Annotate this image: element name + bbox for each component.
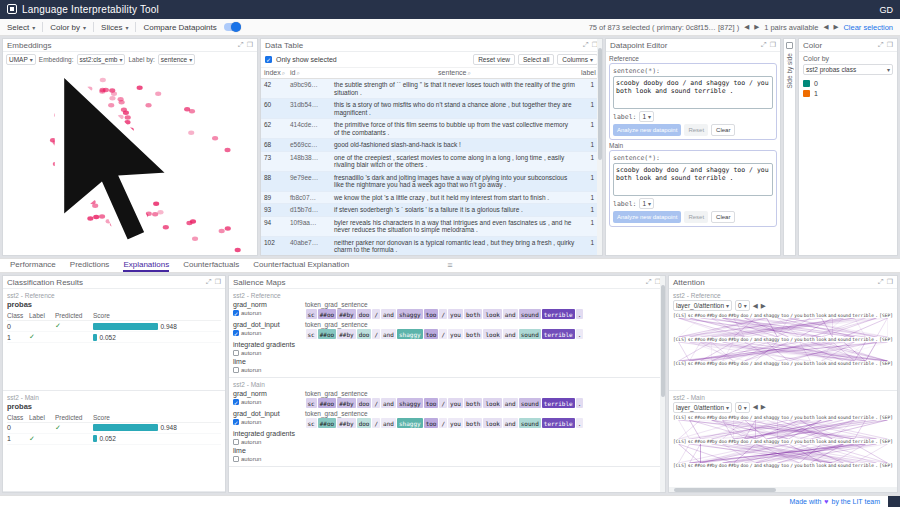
- salience-token-chip[interactable]: ##by: [337, 309, 355, 319]
- reset-button[interactable]: Reset: [684, 124, 708, 136]
- salience-token-chip[interactable]: sc: [306, 418, 317, 428]
- salience-token-chip[interactable]: sc: [306, 329, 317, 339]
- salience-token-chip[interactable]: .: [576, 309, 584, 319]
- projector-select[interactable]: UMAP▾: [6, 54, 36, 65]
- autorun-checkbox[interactable]: ✓: [233, 419, 239, 425]
- side-by-side-toggle[interactable]: [786, 42, 793, 49]
- clear-button[interactable]: Clear: [711, 124, 735, 136]
- salience-token-chip[interactable]: sc: [306, 309, 317, 319]
- salience-token-chip[interactable]: sound: [519, 309, 541, 319]
- salience-token-chip[interactable]: /: [439, 418, 447, 428]
- compare-datapoints-toggle[interactable]: [224, 23, 241, 31]
- salience-token-chip[interactable]: terrible: [542, 329, 575, 339]
- salience-token-chip[interactable]: terrible: [542, 398, 575, 408]
- expand-icon[interactable]: ⤢: [761, 41, 767, 49]
- salience-token-chip[interactable]: ##by: [337, 329, 355, 339]
- salience-token-chip[interactable]: ##oo: [318, 309, 336, 319]
- table-scrollbar[interactable]: [597, 39, 602, 255]
- expand-icon[interactable]: ⤢: [206, 278, 212, 286]
- prev-head-icon[interactable]: ◀: [753, 302, 758, 310]
- scrollbar-thumb[interactable]: [598, 48, 602, 160]
- table-row[interactable]: 9410f9aa…byler reveals his characters in…: [261, 217, 602, 237]
- autorun-checkbox[interactable]: [233, 350, 239, 356]
- salience-token-chip[interactable]: ##by: [337, 418, 355, 428]
- table-row[interactable]: 73148b38…one of the creepiest , scariest…: [261, 152, 602, 172]
- salience-token-chip[interactable]: doo: [357, 329, 372, 339]
- salience-token-chip[interactable]: look: [483, 309, 501, 319]
- search-icon[interactable]: ⌕: [468, 70, 471, 76]
- slices-menu[interactable]: Slices▾: [101, 23, 128, 32]
- label-by-select[interactable]: sentence▾: [158, 54, 195, 65]
- salience-token-chip[interactable]: too: [424, 418, 439, 428]
- only-show-selected-checkbox[interactable]: ✓: [265, 56, 272, 63]
- salience-token-chip[interactable]: .: [576, 418, 584, 428]
- tab-performance[interactable]: Performance: [10, 259, 56, 272]
- color-by-select[interactable]: sst2 probas class▾: [803, 64, 893, 75]
- label-select[interactable]: 1▾: [639, 198, 654, 209]
- salience-token-chip[interactable]: sc: [306, 398, 317, 408]
- salience-token-chip[interactable]: look: [483, 418, 501, 428]
- color-by-menu[interactable]: Color by▾: [50, 23, 86, 32]
- salience-token-chip[interactable]: /: [372, 418, 380, 428]
- autorun-checkbox[interactable]: [233, 367, 239, 373]
- salience-token-chip[interactable]: both: [464, 418, 482, 428]
- salience-token-chip[interactable]: you: [448, 398, 463, 408]
- table-row[interactable]: 93d15b7d…if steven soderbergh 's ` solar…: [261, 204, 602, 217]
- salience-token-chip[interactable]: and: [503, 398, 518, 408]
- prev-head-icon[interactable]: ◀: [753, 403, 758, 411]
- autorun-checkbox[interactable]: ✓: [233, 399, 239, 405]
- salience-token-chip[interactable]: both: [464, 309, 482, 319]
- reset-view-button[interactable]: Reset view: [473, 54, 515, 65]
- expand-icon[interactable]: ⤢: [878, 41, 884, 49]
- attention-scrollbar[interactable]: [669, 487, 897, 492]
- salience-token-chip[interactable]: shaggy: [397, 418, 423, 428]
- salience-token-chip[interactable]: shaggy: [397, 329, 423, 339]
- table-row[interactable]: 10240abe7…neither parker nor donovan is …: [261, 237, 602, 256]
- table-row[interactable]: 62414cde…the primitive force of this fil…: [261, 119, 602, 139]
- select-menu[interactable]: Select▾: [7, 23, 35, 32]
- panel-drag-handle-icon[interactable]: ≡: [447, 260, 452, 270]
- salience-token-chip[interactable]: ##oo: [318, 398, 336, 408]
- autorun-checkbox[interactable]: ✓: [233, 310, 239, 316]
- salience-token-chip[interactable]: and: [503, 418, 518, 428]
- clear-selection-link[interactable]: Clear selection: [843, 23, 893, 32]
- salience-token-chip[interactable]: doo: [357, 398, 372, 408]
- search-icon[interactable]: ⌕: [282, 70, 285, 76]
- salience-token-chip[interactable]: shaggy: [397, 398, 423, 408]
- attention-head-select[interactable]: 0 ▾: [735, 402, 750, 413]
- column-header-index[interactable]: index⌕: [261, 69, 287, 77]
- autorun-checkbox[interactable]: ✓: [233, 330, 239, 336]
- salience-token-chip[interactable]: doo: [357, 309, 372, 319]
- embedding-select[interactable]: sst2:cls_emb▾: [77, 54, 126, 65]
- table-row[interactable]: 68e569cc…good old-fashioned slash-and-ha…: [261, 139, 602, 152]
- search-icon[interactable]: ⌕: [296, 70, 299, 76]
- salience-token-chip[interactable]: and: [503, 329, 518, 339]
- salience-token-chip[interactable]: sound: [519, 418, 541, 428]
- salience-token-chip[interactable]: both: [464, 398, 482, 408]
- table-row[interactable]: 89fb8c07…we know the plot 's a little cr…: [261, 192, 602, 205]
- tab-counterfactuals[interactable]: Counterfactuals: [183, 259, 239, 272]
- footer-team-link[interactable]: by the LIT team: [831, 498, 880, 505]
- salience-token-chip[interactable]: look: [483, 329, 501, 339]
- tab-predictions[interactable]: Predictions: [70, 259, 110, 272]
- maximize-icon[interactable]: ❐: [887, 278, 893, 286]
- expand-icon[interactable]: ⤢: [646, 278, 652, 286]
- expand-icon[interactable]: ⤢: [238, 41, 244, 49]
- columns-button[interactable]: Columns▾: [557, 54, 598, 65]
- maximize-icon[interactable]: ❐: [215, 278, 221, 286]
- salience-token-chip[interactable]: and: [381, 398, 396, 408]
- salience-token-chip[interactable]: ##oo: [318, 329, 336, 339]
- salience-token-chip[interactable]: /: [372, 398, 380, 408]
- salience-token-chip[interactable]: and: [381, 418, 396, 428]
- prev-datapoint-icon[interactable]: ◀: [744, 23, 749, 31]
- salience-token-chip[interactable]: terrible: [542, 418, 575, 428]
- salience-token-chip[interactable]: and: [503, 309, 518, 319]
- autorun-checkbox[interactable]: [233, 439, 239, 445]
- attention-layer-select[interactable]: layer_0/attention ▾: [673, 300, 732, 311]
- scrollbar-thumb[interactable]: [661, 285, 665, 397]
- label-select[interactable]: 1▾: [639, 111, 654, 122]
- salience-token-chip[interactable]: and: [381, 309, 396, 319]
- user-initials[interactable]: GD: [880, 5, 894, 15]
- salience-token-chip[interactable]: too: [424, 398, 439, 408]
- salience-token-chip[interactable]: sound: [519, 398, 541, 408]
